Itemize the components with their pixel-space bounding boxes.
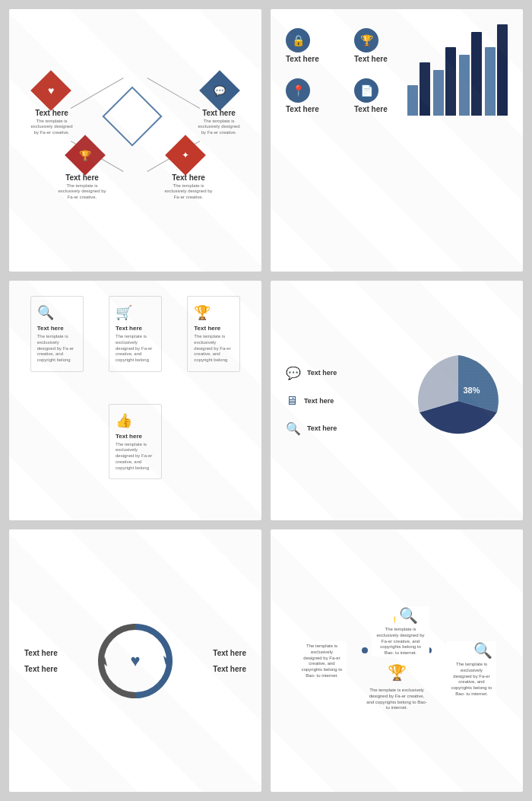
- lock-label: Text here: [286, 55, 319, 63]
- icon-trophy: 🏆 Text here: [354, 28, 407, 63]
- card-cart-title: Text here: [116, 325, 142, 332]
- legend-item-3: 🔍 Text here: [286, 421, 409, 436]
- card-cart: 🛒 Text here The template is exclusively …: [109, 296, 162, 372]
- pie-chart: 38%: [409, 351, 508, 450]
- node-chat-label: Text here: [196, 109, 242, 117]
- legend-icon-2: 🖥: [286, 394, 298, 408]
- pie-percentage: 38%: [464, 386, 480, 395]
- trophy-icon: 🏆: [354, 28, 378, 52]
- label-top-right: Text here: [213, 649, 246, 657]
- label-bottom-left: Text here: [24, 665, 58, 673]
- node-chat-sublabel: The template is exclusively designed by …: [196, 119, 242, 136]
- legend-text-2: Text here: [304, 397, 334, 405]
- card-cart-desc: The template is exclusively designed by …: [116, 334, 155, 364]
- card-like-title: Text here: [116, 433, 142, 440]
- slide-6-timeline: 👍 The template is exclusively designed b…: [271, 529, 523, 792]
- node-trophy: 🏆: [71, 141, 100, 170]
- node-heart-sublabel: The template is exclusively designed by …: [29, 119, 74, 136]
- icon-lock: 🔒 Text here: [286, 28, 339, 63]
- trophy2-icon: 🏆: [194, 304, 211, 321]
- slide-2-icons-bars: 🔒 Text here 🏆 Text here 📍 Text here 📄 Te…: [271, 9, 523, 272]
- slide-4-pie: 💬 Text here 🖥 Text here 🔍 Text here: [271, 281, 523, 520]
- card-search: 🔍 Text here The template is exclusively …: [30, 296, 84, 372]
- card-trophy2: 🏆 Text here The template is exclusively …: [187, 296, 240, 372]
- bar-chart: [407, 28, 508, 119]
- legend-icon-1: 💬: [286, 366, 301, 380]
- node-heart: ♥: [36, 76, 65, 105]
- node-trophy-sublabel: The template is exclusively designed by …: [55, 183, 109, 201]
- card-trophy2-title: Text here: [194, 325, 220, 332]
- like-icon: 👍: [116, 412, 132, 429]
- card-like-desc: The template is exclusively designed by …: [116, 442, 155, 472]
- heart-icon: ♥: [130, 651, 140, 671]
- label-bottom-right: Text here: [213, 665, 246, 673]
- icon-location: 📍 Text here: [286, 78, 339, 113]
- legend-text-1: Text here: [307, 369, 337, 377]
- doc-icon: 📄: [354, 78, 378, 103]
- trophy-label: Text here: [354, 55, 388, 63]
- location-icon: 📍: [286, 78, 310, 103]
- card-trophy2-desc: The template is exclusively designed by …: [194, 334, 233, 364]
- node-trophy-label: Text here: [55, 173, 109, 182]
- lock-icon: 🔒: [286, 28, 310, 52]
- icon-doc: 📄 Text here: [354, 78, 407, 113]
- pie-legend: 💬 Text here 🖥 Text here 🔍 Text here: [286, 366, 409, 436]
- slide-3-cards: 🔍 Text here The template is exclusively …: [9, 281, 261, 520]
- circular-arrows: ♥: [93, 619, 177, 703]
- slide-1-diamond-flow: ♥ 💬 🏆 ✦ Text here The: [9, 9, 261, 272]
- node-star-label: Text here: [162, 173, 215, 182]
- search-icon: 🔍: [37, 304, 54, 321]
- legend-item-2: 🖥 Text here: [286, 394, 409, 408]
- legend-text-3: Text here: [307, 424, 337, 432]
- node-star-sublabel: The template is exclusively designed by …: [162, 183, 215, 201]
- tl-desc-1: The template is exclusively designed by …: [301, 644, 343, 679]
- node-chat: 💬: [205, 76, 234, 105]
- doc-label: Text here: [354, 105, 388, 113]
- card-search-desc: The template is exclusively designed by …: [37, 334, 77, 364]
- node-center: [111, 95, 154, 138]
- node-heart-label: Text here: [29, 109, 74, 117]
- tl-desc-3: The template is exclusively designed by …: [451, 662, 492, 698]
- card-search-title: Text here: [37, 325, 64, 332]
- slide-5-circular: Text here Text here ♥ Text here Text her…: [9, 529, 261, 792]
- legend-item-1: 💬 Text here: [286, 366, 409, 380]
- node-star: ✦: [171, 141, 200, 170]
- card-like: 👍 Text here The template is exclusively …: [109, 404, 162, 480]
- label-top-left: Text here: [24, 649, 58, 657]
- icons-grid: 🔒 Text here 🏆 Text here 📍 Text here 📄 Te…: [286, 28, 407, 113]
- legend-icon-3: 🔍: [286, 421, 301, 436]
- timeline-like-desc: The template is exclusively designed by …: [375, 627, 426, 656]
- location-label: Text here: [286, 105, 319, 113]
- timeline-search2: 🔍: [395, 606, 422, 625]
- tl-desc-2: The template is exclusively designed by …: [366, 688, 427, 711]
- search3-icon: 🔍: [473, 641, 492, 660]
- cart-icon: 🛒: [116, 304, 132, 321]
- search2-icon: 🔍: [399, 606, 418, 625]
